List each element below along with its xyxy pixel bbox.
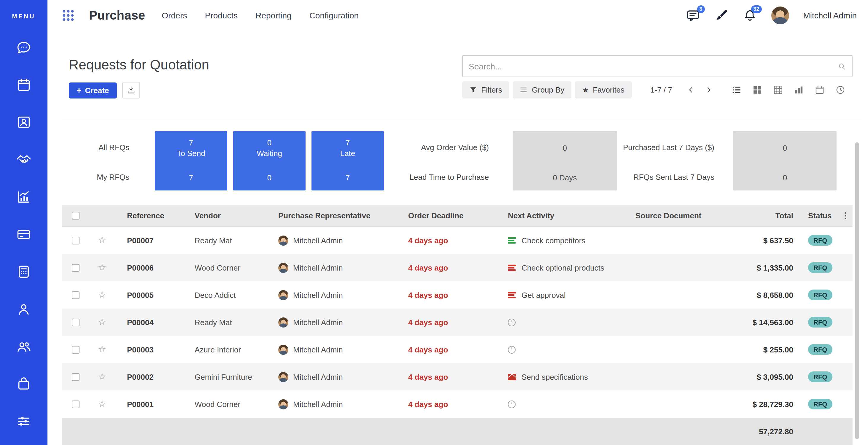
messages-icon[interactable]: 3 bbox=[686, 8, 700, 23]
lead-time-label[interactable]: Lead Time to Purchase bbox=[384, 164, 489, 190]
calculator-icon[interactable] bbox=[16, 264, 31, 280]
row-checkbox[interactable] bbox=[71, 318, 79, 326]
favorite-star-icon[interactable]: ☆ bbox=[98, 290, 106, 299]
favorite-star-icon[interactable]: ☆ bbox=[98, 235, 106, 245]
select-all-checkbox[interactable] bbox=[71, 212, 79, 219]
vertical-scrollbar[interactable] bbox=[855, 142, 859, 439]
column-header-vendor[interactable]: Vendor bbox=[186, 211, 274, 220]
nav-item-products[interactable]: Products bbox=[205, 11, 238, 20]
cell-deadline: 4 days ago bbox=[405, 263, 504, 272]
favorite-star-icon[interactable]: ☆ bbox=[98, 399, 106, 409]
activity-icon[interactable] bbox=[508, 264, 516, 271]
credit-card-icon[interactable] bbox=[16, 227, 31, 242]
app-title[interactable]: Purchase bbox=[89, 8, 145, 23]
menu-toggle[interactable]: MENU bbox=[12, 13, 36, 20]
row-checkbox[interactable] bbox=[71, 264, 79, 272]
calendar-icon[interactable] bbox=[16, 77, 31, 93]
pager-previous-button[interactable] bbox=[683, 82, 698, 98]
rfqs-sent-last-7-days-value: 0 bbox=[783, 173, 787, 182]
activity-icon[interactable] bbox=[508, 291, 516, 298]
view-calendar-icon[interactable] bbox=[815, 85, 825, 95]
export-download-button[interactable] bbox=[122, 82, 140, 98]
address-book-icon[interactable] bbox=[16, 115, 31, 130]
search-input[interactable] bbox=[463, 61, 838, 71]
rep-avatar bbox=[278, 262, 288, 273]
dashboard-stat-tile-2[interactable]: 0 0 bbox=[733, 131, 837, 190]
dashboard-tile-late[interactable]: 7 Late 7 bbox=[311, 131, 384, 190]
purchased-last-7-days-label[interactable]: Purchased Last 7 Days ($) bbox=[617, 131, 714, 164]
cell-reference: P00001 bbox=[115, 400, 186, 409]
column-header-deadline[interactable]: Order Deadline bbox=[405, 211, 504, 220]
rep-name: Mitchell Admin bbox=[293, 372, 343, 381]
handshake-icon[interactable] bbox=[16, 152, 31, 167]
favorite-star-icon[interactable]: ☆ bbox=[98, 263, 106, 272]
apps-grid-icon[interactable] bbox=[62, 9, 75, 22]
paintbrush-icon[interactable] bbox=[714, 8, 728, 23]
favorite-star-icon[interactable]: ☆ bbox=[98, 345, 106, 354]
user-name[interactable]: Mitchell Admin bbox=[803, 11, 857, 20]
column-header-reference[interactable]: Reference bbox=[115, 211, 186, 220]
view-kanban-icon[interactable] bbox=[752, 85, 763, 95]
activity-icon[interactable] bbox=[508, 400, 516, 408]
column-options-icon[interactable]: ⋮ bbox=[841, 211, 849, 220]
status-badge: RFQ bbox=[808, 290, 832, 300]
filter-my-rfqs[interactable]: My RFQs bbox=[71, 164, 129, 190]
column-header-total[interactable]: Total bbox=[742, 211, 801, 220]
row-checkbox[interactable] bbox=[71, 373, 79, 381]
column-header-source[interactable]: Source Document bbox=[631, 211, 742, 220]
favorite-star-icon[interactable]: ☆ bbox=[98, 317, 106, 327]
chat-bubble-icon[interactable] bbox=[16, 40, 31, 55]
table-row[interactable]: ☆ P00006 Wood Corner Mitchell Admin 4 da… bbox=[62, 254, 852, 281]
cell-reference: P00003 bbox=[115, 345, 186, 354]
row-checkbox[interactable] bbox=[71, 346, 79, 353]
filter-all-rfqs[interactable]: All RFQs bbox=[71, 131, 129, 164]
bar-chart-icon[interactable] bbox=[16, 189, 31, 205]
column-header-rep[interactable]: Purchase Representative bbox=[274, 211, 405, 220]
avg-order-value-label[interactable]: Avg Order Value ($) bbox=[384, 131, 489, 164]
view-activity-clock-icon[interactable] bbox=[835, 85, 845, 95]
table-row[interactable]: ☆ P00003 Azure Interior Mitchell Admin 4… bbox=[62, 336, 852, 363]
user-icon[interactable] bbox=[16, 301, 31, 317]
dashboard-tile-waiting[interactable]: 0 Waiting 0 bbox=[233, 131, 306, 190]
table-row[interactable]: ☆ P00007 Ready Mat Mitchell Admin 4 days… bbox=[62, 227, 852, 254]
cell-total: $ 637.50 bbox=[742, 236, 801, 245]
dashboard-row-labels: All RFQs My RFQs bbox=[71, 131, 129, 190]
magnifier-icon[interactable] bbox=[838, 62, 846, 70]
nav-item-reporting[interactable]: Reporting bbox=[255, 11, 291, 20]
rfqs-sent-last-7-days-label[interactable]: RFQs Sent Last 7 Days bbox=[617, 164, 714, 190]
nav-item-configuration[interactable]: Configuration bbox=[309, 11, 359, 20]
activity-icon[interactable] bbox=[508, 346, 516, 353]
user-avatar[interactable] bbox=[771, 6, 789, 24]
dashboard-tile-to-send[interactable]: 7 To Send 7 bbox=[155, 131, 227, 190]
users-icon[interactable] bbox=[16, 339, 31, 354]
filters-button[interactable]: Filters bbox=[462, 81, 509, 98]
notifications-bell-icon[interactable]: 32 bbox=[743, 8, 757, 23]
cell-vendor: Azure Interior bbox=[186, 345, 274, 354]
table-row[interactable]: ☆ P00002 Gemini Furniture Mitchell Admin… bbox=[62, 363, 852, 390]
cell-vendor: Wood Corner bbox=[186, 400, 274, 409]
sliders-icon[interactable] bbox=[16, 414, 31, 429]
table-row[interactable]: ☆ P00004 Ready Mat Mitchell Admin 4 days… bbox=[62, 309, 852, 336]
table-row[interactable]: ☆ P00005 Deco Addict Mitchell Admin 4 da… bbox=[62, 281, 852, 309]
shopping-bag-icon[interactable] bbox=[16, 376, 31, 391]
nav-item-orders[interactable]: Orders bbox=[162, 11, 187, 20]
dashboard-stat-tile-1[interactable]: 0 0 Days bbox=[513, 131, 617, 190]
row-checkbox[interactable] bbox=[71, 400, 79, 408]
row-checkbox[interactable] bbox=[71, 236, 79, 244]
pager-next-button[interactable] bbox=[701, 82, 716, 98]
row-checkbox[interactable] bbox=[71, 291, 79, 299]
column-header-activity[interactable]: Next Activity bbox=[504, 211, 631, 220]
activity-icon[interactable] bbox=[508, 318, 516, 326]
rep-avatar bbox=[278, 235, 288, 245]
favorites-button[interactable]: ★ Favorites bbox=[575, 81, 631, 98]
activity-icon[interactable] bbox=[508, 374, 516, 380]
view-pivot-icon[interactable] bbox=[773, 85, 783, 95]
cell-total: $ 8,658.00 bbox=[742, 290, 801, 299]
favorite-star-icon[interactable]: ☆ bbox=[98, 372, 106, 382]
table-row[interactable]: ☆ P00001 Wood Corner Mitchell Admin 4 da… bbox=[62, 390, 852, 418]
create-button[interactable]: + Create bbox=[69, 82, 117, 98]
activity-icon[interactable] bbox=[508, 237, 516, 244]
group-by-button[interactable]: Group By bbox=[513, 81, 571, 98]
view-graph-icon[interactable] bbox=[794, 85, 804, 95]
view-list-icon[interactable] bbox=[732, 85, 742, 95]
